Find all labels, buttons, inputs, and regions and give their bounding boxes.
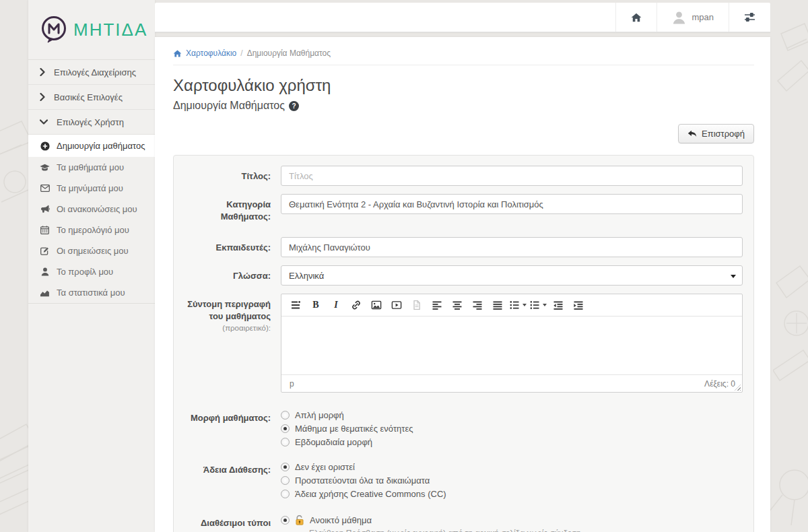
- help-icon[interactable]: ?: [289, 101, 299, 111]
- sidebar-item-5[interactable]: Τα μηνύματά μου: [28, 178, 155, 199]
- style-select-icon[interactable]: [285, 297, 306, 313]
- editor-toolbar: BI: [281, 294, 742, 317]
- align-justify-icon[interactable]: [487, 297, 508, 313]
- align-center-icon[interactable]: [447, 297, 467, 313]
- radio-option[interactable]: Δεν έχει οριστεί: [281, 462, 743, 472]
- breadcrumb-link-portfolio[interactable]: Χαρτοφυλάκιο: [186, 48, 236, 58]
- sidebar-item-3[interactable]: Δημιουργία μαθήματος: [28, 135, 155, 157]
- sidebar-label: Επιλογές Χρήστη: [57, 117, 124, 127]
- username: mpan: [692, 12, 714, 22]
- align-left-icon[interactable]: [427, 297, 447, 313]
- category-input[interactable]: [281, 194, 743, 214]
- editor-word-count: Λέξεις: 0: [704, 379, 735, 389]
- radio-option[interactable]: Μάθημα με θεματικές ενότητες: [281, 424, 743, 434]
- calendar-icon: [40, 226, 50, 234]
- sidebar-label: Οι σημειώσεις μου: [57, 246, 129, 256]
- radio-checked[interactable]: [281, 463, 290, 471]
- pencil-square-icon: [40, 246, 50, 255]
- radio-option-label: Προστατεύονται όλα τα δικαιώματα: [295, 475, 430, 486]
- title-input[interactable]: [281, 166, 743, 186]
- user-menu[interactable]: mpan: [656, 3, 729, 32]
- image-icon[interactable]: [366, 297, 386, 313]
- radio-option[interactable]: Απλή μορφή: [281, 410, 743, 420]
- course-create-form: Τίτλος: Κατηγορία Μαθήματος: Εκπαιδευτές…: [173, 155, 754, 532]
- breadcrumb-home-icon: [173, 50, 182, 57]
- dropdown-caret-icon: [543, 304, 547, 306]
- radio-option-label: Μάθημα με θεματικές ενότητες: [295, 424, 413, 434]
- home-button[interactable]: [615, 3, 656, 32]
- svg-text:?: ?: [292, 102, 296, 110]
- page-subtitle: Δημιουργία Μαθήματος: [173, 100, 285, 112]
- radio-unchecked[interactable]: [281, 490, 290, 498]
- bold-icon[interactable]: B: [306, 297, 326, 313]
- sidebar-label: Βασικές Επιλογές: [54, 92, 123, 102]
- chevron-right-icon: [40, 68, 45, 76]
- sidebar-item-9[interactable]: Το προφίλ μου: [28, 261, 155, 282]
- sidebar-label: Το προφίλ μου: [57, 267, 113, 277]
- radio-option-label: Δεν έχει οριστεί: [295, 462, 355, 472]
- main-content: Χαρτοφυλάκιο / Δημιουργία Μαθήματος Χαρτ…: [155, 37, 770, 532]
- align-right-icon[interactable]: [467, 297, 487, 313]
- radio-option[interactable]: Εβδομαδιαία μορφή: [281, 437, 743, 447]
- editor-resize-grip[interactable]: [735, 385, 741, 391]
- sliders-icon: [744, 12, 755, 22]
- italic-icon[interactable]: I: [326, 297, 346, 313]
- back-button[interactable]: Επιστροφή: [678, 124, 754, 143]
- radio-unchecked[interactable]: [281, 411, 290, 420]
- radio-option[interactable]: Προστατεύονται όλα τα δικαιώματα: [281, 475, 743, 486]
- top-bar: mpan: [155, 3, 770, 32]
- sidebar-label: Επιλογές Διαχείρισης: [54, 67, 136, 77]
- plus-circle-icon: [40, 141, 50, 151]
- sidebar-section-0[interactable]: Επιλογές Διαχείρισης: [28, 60, 155, 85]
- format-label: Μορφή μαθήματος:: [184, 407, 271, 447]
- sidebar-item-6[interactable]: Οι ανακοινώσεις μου: [28, 199, 155, 220]
- license-label: Άδεια Διάθεσης:: [184, 459, 271, 499]
- outdent-icon[interactable]: [548, 297, 568, 313]
- sidebar-label: Οι ανακοινώσεις μου: [57, 204, 137, 214]
- settings-button[interactable]: [729, 3, 770, 32]
- home-icon: [631, 13, 642, 22]
- sidebar-item-4[interactable]: Τα μαθήματά μου: [28, 157, 155, 178]
- editor-content-area[interactable]: [281, 317, 742, 374]
- user-icon: [40, 267, 50, 276]
- sidebar-item-10[interactable]: Τα στατιστικά μου: [28, 282, 155, 303]
- sidebar-section-1[interactable]: Βασικές Επιλογές: [28, 85, 155, 110]
- rich-text-editor: BI p Λέξεις: 0: [281, 294, 743, 393]
- link-icon[interactable]: [346, 297, 366, 313]
- access-radio-group: Ανοικτό μάθημα Ελεύθερη Πρόσβαση (χωρίς …: [281, 512, 743, 532]
- radio-checked[interactable]: [281, 516, 290, 525]
- sidebar-item-8[interactable]: Οι σημειώσεις μου: [28, 240, 155, 261]
- sidebar-label: Το ημερολόγιό μου: [57, 225, 129, 235]
- language-select[interactable]: Ελληνικά: [281, 265, 743, 286]
- radio-unchecked[interactable]: [281, 476, 290, 485]
- teachers-input[interactable]: [281, 237, 743, 257]
- access-option-open-course[interactable]: Ανοικτό μάθημα: [281, 512, 743, 525]
- bullet-list-icon[interactable]: [508, 297, 528, 313]
- chevron-down-icon: [40, 119, 48, 125]
- language-label: Γλώσσα:: [184, 265, 271, 286]
- radio-option-label: Εβδομαδιαία μορφή: [295, 437, 372, 447]
- brand-bubble-m-icon: [40, 15, 67, 44]
- sidebar-item-7[interactable]: Το ημερολόγιό μου: [28, 220, 155, 240]
- page-title: Χαρτοφυλάκιο χρήστη: [173, 76, 754, 95]
- dropdown-caret-icon: [523, 304, 527, 306]
- description-optional-label: (προαιρετικό):: [222, 324, 271, 332]
- back-button-label: Επιστροφή: [702, 129, 745, 139]
- radio-unchecked[interactable]: [281, 438, 290, 446]
- editor-status-bar: p Λέξεις: 0: [281, 374, 742, 392]
- sidebar-section-2[interactable]: Επιλογές Χρήστη: [28, 110, 155, 135]
- radio-checked[interactable]: [281, 424, 290, 433]
- breadcrumb-current: Δημιουργία Μαθήματος: [247, 48, 331, 58]
- radio-option[interactable]: Άδεια χρήσης Creative Commons (CC): [281, 489, 743, 499]
- logo[interactable]: ΜΗΤΙΔΑ: [28, 0, 155, 59]
- sidebar: ΜΗΤΙΔΑ Επιλογές ΔιαχείρισηςΒασικές Επιλο…: [28, 0, 155, 532]
- sidebar-label: Τα μηνύματά μου: [57, 183, 123, 193]
- course-format-radio-group: Απλή μορφήΜάθημα με θεματικές ενότητεςΕβ…: [281, 407, 743, 447]
- indent-icon[interactable]: [568, 297, 588, 313]
- reply-arrow-icon: [687, 130, 697, 138]
- category-label: Κατηγορία Μαθήματος:: [184, 194, 271, 222]
- numbered-list-icon[interactable]: [528, 297, 548, 313]
- sidebar-menu: Επιλογές ΔιαχείρισηςΒασικές ΕπιλογέςΕπιλ…: [28, 59, 155, 304]
- media-icon[interactable]: [386, 297, 407, 313]
- access-option-label: Ανοικτό μάθημα: [310, 515, 372, 525]
